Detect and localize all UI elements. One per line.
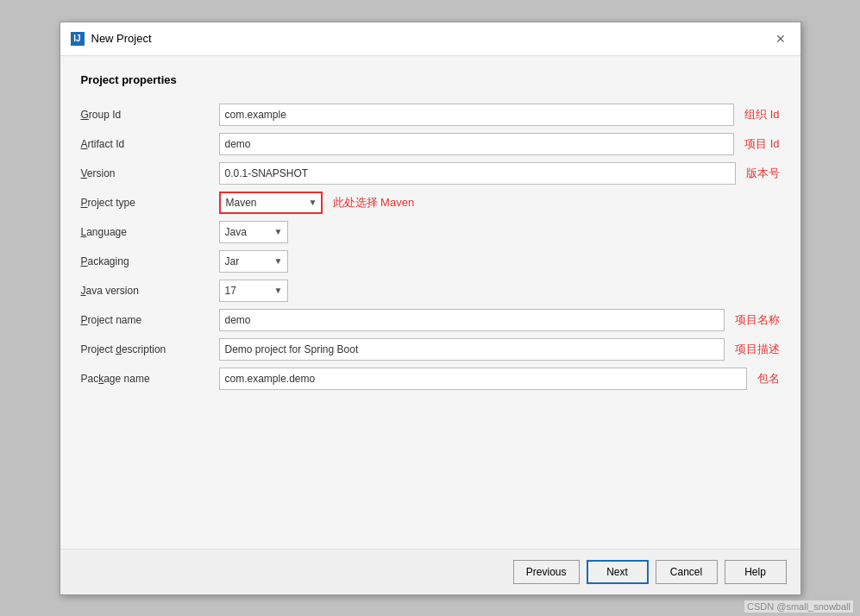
language-select-wrapper: Java Kotlin Groovy ▼ xyxy=(219,221,288,243)
group-id-input[interactable] xyxy=(219,104,735,126)
dialog-footer: Previous Next Cancel Help xyxy=(60,549,800,594)
java-version-field: 17 11 8 ▼ xyxy=(219,276,780,305)
language-label: Language xyxy=(81,220,219,244)
section-title: Project properties xyxy=(81,73,780,86)
title-bar-left: IJ New Project xyxy=(71,32,152,46)
java-version-select[interactable]: 17 11 8 xyxy=(219,280,288,302)
package-name-label: Package name xyxy=(81,367,219,391)
project-name-annotation: 项目名称 xyxy=(735,312,780,328)
package-name-annotation: 包名 xyxy=(757,371,780,387)
help-button[interactable]: Help xyxy=(725,560,787,584)
project-name-field: 项目名称 xyxy=(219,305,780,335)
project-description-field: 项目描述 xyxy=(219,335,780,364)
project-description-annotation: 项目描述 xyxy=(735,342,780,357)
package-name-field: 包名 xyxy=(219,364,780,393)
empty-space xyxy=(81,393,780,531)
packaging-field: Jar War ▼ xyxy=(219,247,780,276)
group-id-field: 组织 Id xyxy=(219,100,780,129)
version-field: 版本号 xyxy=(219,159,780,188)
project-type-field: Maven Gradle - Groovy Gradle - Kotlin ▼ … xyxy=(219,188,780,217)
dialog-body: Project properties Group Id 组织 Id Artifa… xyxy=(60,56,800,549)
project-name-input[interactable] xyxy=(219,309,725,331)
new-project-dialog: IJ New Project ✕ Project properties Grou… xyxy=(60,22,801,595)
project-type-label: Project type xyxy=(81,191,219,215)
artifact-id-input[interactable] xyxy=(219,133,735,155)
artifact-id-annotation: 项目 Id xyxy=(744,136,779,152)
language-select[interactable]: Java Kotlin Groovy xyxy=(219,221,288,243)
cancel-button[interactable]: Cancel xyxy=(656,560,718,584)
dialog-title: New Project xyxy=(91,32,152,45)
version-annotation: 版本号 xyxy=(746,166,780,181)
title-bar: IJ New Project ✕ xyxy=(60,22,800,56)
packaging-label: Packaging xyxy=(81,249,219,273)
app-icon: IJ xyxy=(71,32,85,46)
project-type-select[interactable]: Maven Gradle - Groovy Gradle - Kotlin xyxy=(219,192,323,214)
java-version-label: Java version xyxy=(81,279,219,303)
project-name-label: Project name xyxy=(81,308,219,332)
artifact-id-label: Artifact Id xyxy=(81,132,219,156)
watermark-text: CSDN @small_snowball xyxy=(744,600,853,613)
project-description-label: Project description xyxy=(81,337,219,361)
group-id-label: Group Id xyxy=(81,103,219,127)
project-type-annotation: 此处选择 Maven xyxy=(333,195,415,211)
next-button[interactable]: Next xyxy=(587,560,649,584)
java-version-select-wrapper: 17 11 8 ▼ xyxy=(219,280,288,302)
desktop: IJ New Project ✕ Project properties Grou… xyxy=(0,0,860,616)
packaging-select[interactable]: Jar War xyxy=(219,250,288,273)
version-input[interactable] xyxy=(219,162,736,185)
close-button[interactable]: ✕ xyxy=(771,29,790,48)
project-type-select-wrapper: Maven Gradle - Groovy Gradle - Kotlin ▼ xyxy=(219,192,323,214)
project-description-input[interactable] xyxy=(219,338,725,361)
group-id-annotation: 组织 Id xyxy=(744,107,779,123)
packaging-select-wrapper: Jar War ▼ xyxy=(219,250,288,273)
package-name-input[interactable] xyxy=(219,368,747,390)
version-label: Version xyxy=(81,161,219,185)
language-field: Java Kotlin Groovy ▼ xyxy=(219,217,780,247)
previous-button[interactable]: Previous xyxy=(513,560,580,584)
form-grid: Group Id 组织 Id Artifact Id 项目 Id Version xyxy=(81,100,780,393)
artifact-id-field: 项目 Id xyxy=(219,129,780,159)
